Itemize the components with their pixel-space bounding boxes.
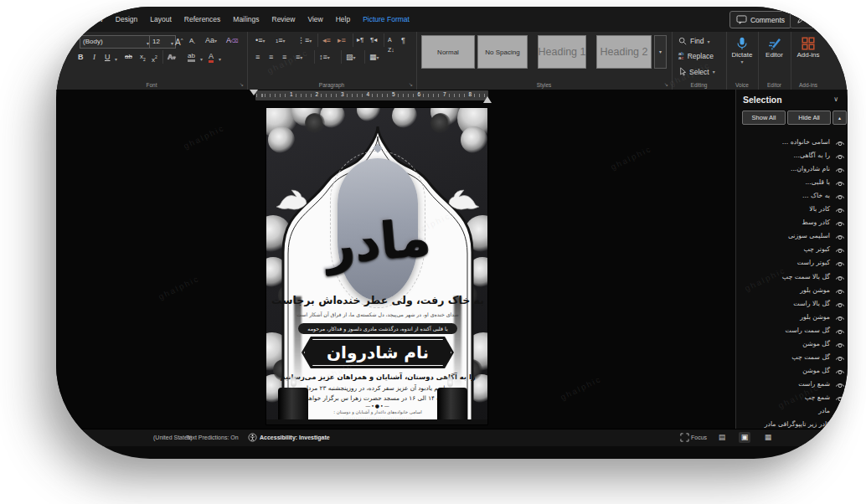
selection-item[interactable]: به خاک ...	[736, 190, 848, 203]
style-normal[interactable]: Normal	[421, 35, 475, 69]
selection-item[interactable]: کبوتر راست	[736, 257, 848, 270]
visibility-eye-icon[interactable]	[835, 368, 845, 376]
subscript-button[interactable]: x2	[140, 52, 146, 64]
numbering-button[interactable]: 1≡▾	[276, 35, 286, 46]
addins-button[interactable]: Add-ins	[791, 37, 826, 59]
sort-button[interactable]: AZ↓	[388, 35, 394, 55]
styles-dialog-launcher[interactable]: ↘	[664, 81, 668, 87]
font-name-combo[interactable]: (Body) ▾	[80, 35, 152, 49]
selection-item[interactable]: گل بالا سمت چپ	[736, 271, 848, 284]
tab-review[interactable]: Review	[272, 15, 296, 23]
visibility-eye-icon[interactable]	[835, 314, 845, 322]
selection-item[interactable]: کادر بالا	[736, 203, 848, 216]
style-no-spacing[interactable]: No Spacing	[477, 35, 528, 69]
selection-item[interactable]: گل سمت راست	[736, 325, 848, 337]
visibility-eye-icon[interactable]	[835, 233, 845, 241]
comments-button[interactable]: Comments	[729, 11, 791, 28]
focus-button[interactable]: Focus	[691, 435, 707, 440]
strikethrough-button[interactable]: ab	[125, 52, 132, 62]
bold-button[interactable]: B	[78, 52, 84, 62]
selection-item[interactable]: شمع راست	[736, 378, 848, 391]
web-layout-button[interactable]: ▦	[762, 432, 774, 443]
line-spacing-button[interactable]: ↕≡▾	[319, 52, 330, 63]
selection-item[interactable]: را به آگاهی...	[736, 150, 848, 162]
grow-font-button[interactable]: A^	[175, 35, 183, 48]
tab-references[interactable]: References	[184, 15, 220, 23]
visibility-eye-icon[interactable]	[835, 341, 845, 349]
font-color-chevron-icon[interactable]: ▾	[219, 54, 221, 64]
visibility-eye-icon[interactable]	[835, 421, 845, 429]
visibility-eye-icon[interactable]	[835, 408, 845, 416]
bullets-button[interactable]: •≡▾	[255, 35, 265, 46]
scroll-up-button[interactable]: ▴	[832, 111, 847, 125]
visibility-eye-icon[interactable]	[835, 327, 845, 336]
visibility-eye-icon[interactable]	[835, 394, 845, 403]
tab-design[interactable]: Design	[116, 15, 137, 23]
horizontal-ruler[interactable]: 12345678	[255, 90, 488, 100]
italic-button[interactable]: I	[93, 52, 95, 62]
show-all-button[interactable]: Show All	[742, 111, 786, 125]
tab-picture-format[interactable]: Picture Format	[363, 15, 410, 23]
indent-marker-left[interactable]	[250, 90, 258, 100]
style-heading-2[interactable]: Heading 2	[596, 35, 652, 69]
selection-item[interactable]: گل موشن	[736, 365, 848, 378]
align-left-button[interactable]: ≡	[255, 52, 259, 62]
multilevel-list-button[interactable]: ⋮≡▾	[297, 35, 312, 46]
visibility-eye-icon[interactable]	[835, 139, 845, 147]
chevron-down-icon[interactable]: ∨	[833, 95, 838, 103]
selection-item[interactable]: نام شادروان...	[736, 163, 848, 176]
visibility-eye-icon[interactable]	[835, 301, 845, 309]
selection-item[interactable]: اسامی خانواده ...	[736, 136, 848, 149]
dictate-button[interactable]: Dictate ▾	[726, 37, 758, 64]
highlight-button[interactable]: ab	[188, 52, 195, 62]
font-dialog-launcher[interactable]: ↘	[240, 81, 244, 87]
visibility-eye-icon[interactable]	[835, 287, 845, 296]
selection-item[interactable]: مادر	[736, 405, 848, 418]
visibility-eye-icon[interactable]	[835, 206, 845, 214]
font-color-button[interactable]: A	[209, 52, 214, 63]
tab-view[interactable]: View	[307, 15, 322, 23]
visibility-eye-icon[interactable]	[835, 219, 845, 228]
change-case-button[interactable]: Aa▾	[205, 35, 217, 46]
decrease-indent-button[interactable]: ◂≡	[322, 35, 331, 45]
selection-item[interactable]: با قلبی...	[736, 177, 848, 189]
replace-button[interactable]: abac Replace	[678, 52, 714, 60]
styles-gallery-more-button[interactable]: ▾	[654, 35, 667, 69]
select-button[interactable]: Select ▾	[678, 67, 715, 76]
visibility-eye-icon[interactable]	[835, 246, 845, 255]
selection-item[interactable]: اسلیمی سوزنی	[736, 230, 848, 243]
underline-chevron-icon[interactable]: ▾	[115, 54, 117, 64]
align-right-button[interactable]: ≡	[282, 52, 286, 62]
selection-item[interactable]: کبوتر چپ	[736, 244, 848, 256]
editor-button[interactable]: Editor	[758, 37, 791, 59]
selection-item[interactable]: موشن بلور	[736, 285, 848, 297]
read-mode-button[interactable]: ▤	[716, 432, 728, 443]
tab-layout[interactable]: Layout	[150, 15, 172, 23]
highlight-chevron-icon[interactable]: ▾	[200, 54, 203, 64]
justify-button[interactable]: ≡▾	[296, 52, 302, 63]
editing-mode-button[interactable]: Editing	[790, 11, 848, 28]
paragraph-dialog-launcher[interactable]: ↘	[409, 81, 413, 87]
selection-item[interactable]: گل موشن	[736, 338, 848, 351]
visibility-eye-icon[interactable]	[835, 274, 845, 282]
text-predictions-status[interactable]: Text Predictions: On	[186, 435, 239, 440]
rtl-text-direction-button[interactable]: ¶◂	[370, 35, 377, 45]
ltr-text-direction-button[interactable]: ▸¶	[357, 35, 363, 45]
increase-indent-button[interactable]: ▸≡	[338, 35, 346, 45]
text-effects-button[interactable]: A▾	[168, 52, 176, 63]
selection-item[interactable]: شمع چپ	[736, 392, 848, 404]
tab-mailings[interactable]: Mailings	[233, 15, 259, 23]
hide-all-button[interactable]: Hide All	[787, 111, 831, 125]
font-size-combo[interactable]: 12 ▾	[149, 35, 176, 49]
visibility-eye-icon[interactable]	[835, 179, 845, 188]
superscript-button[interactable]: x2	[152, 52, 157, 65]
borders-button[interactable]: ▦▾	[369, 52, 379, 63]
tab-draw[interactable]: Draw	[86, 15, 103, 23]
selection-item[interactable]: کادر وسط	[736, 217, 848, 229]
visibility-eye-icon[interactable]	[835, 152, 845, 161]
show-marks-button[interactable]: ¶	[401, 35, 405, 45]
underline-button[interactable]: U	[105, 52, 111, 62]
tab-help[interactable]: Help	[336, 15, 350, 23]
selection-item[interactable]: موشن بلور	[736, 311, 848, 324]
funeral-poster-image[interactable]: مادر به خاک رفت، ولی عطر خنده‌اش برجاست …	[265, 107, 488, 425]
